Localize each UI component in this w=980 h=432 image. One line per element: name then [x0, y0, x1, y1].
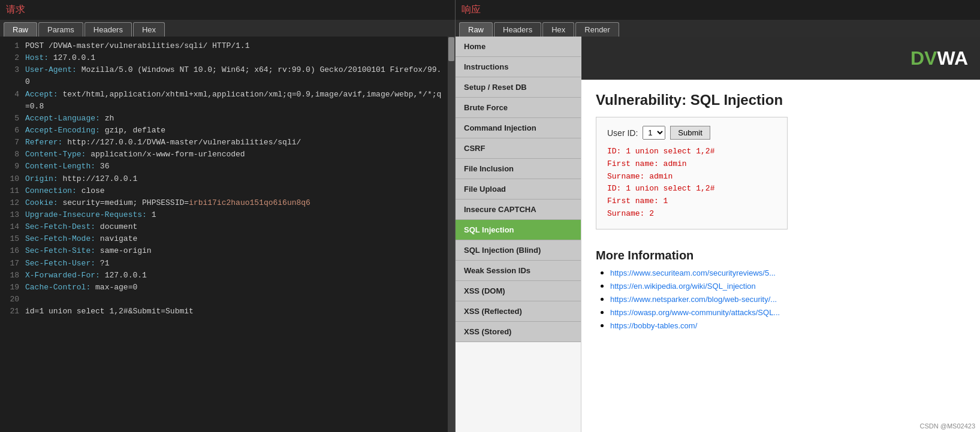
request-code-area[interactable]: 1POST /DVWA-master/vulnerabilities/sqli/… — [0, 37, 448, 432]
nav-item-file-inclusion[interactable]: File Inclusion — [456, 159, 581, 179]
line-part: navigate — [100, 234, 137, 243]
line-text: Sec-Fetch-Site: same-origin — [25, 245, 152, 257]
submit-button[interactable]: Submit — [670, 126, 710, 140]
left-tab-headers[interactable]: Headers — [85, 22, 132, 37]
nav-item-csrf[interactable]: CSRF — [456, 138, 581, 159]
more-info-link[interactable]: https://en.wikipedia.org/wiki/SQL_inject… — [610, 282, 756, 291]
more-info-link[interactable]: https://www.securiteam.com/securityrevie… — [610, 268, 776, 277]
more-info-link[interactable]: https://www.netsparker.com/blog/web-secu… — [610, 295, 777, 304]
line-number: 15 — [6, 233, 19, 245]
line-text: Sec-Fetch-Mode: navigate — [25, 233, 137, 245]
nav-item-home[interactable]: Home — [456, 37, 581, 57]
line-number: 1 — [6, 40, 19, 52]
nav-item-command-injection[interactable]: Command Injection — [456, 118, 581, 138]
result-line: ID: 1 union select 1,2# — [607, 183, 776, 195]
line-part: 127.0.0.1 — [105, 271, 147, 280]
sql-injection-form: User ID: 1 Submit ID: 1 union select 1,2… — [596, 117, 788, 229]
line-part: id=1 union select 1,2#&Submit=Submit — [25, 307, 194, 316]
code-line: 11Connection: close — [6, 185, 442, 197]
right-tab-raw[interactable]: Raw — [459, 22, 493, 37]
right-tab-headers[interactable]: Headers — [494, 22, 541, 37]
nav-item-sql-injection[interactable]: SQL Injection — [456, 220, 581, 240]
nav-item-insecure-captcha[interactable]: Insecure CAPTCHA — [456, 200, 581, 220]
line-part: application/x-www-form-urlencoded — [91, 150, 245, 159]
line-number: 9 — [6, 161, 19, 173]
scrollbar-thumb[interactable] — [448, 37, 454, 61]
left-tab-hex[interactable]: Hex — [133, 22, 165, 37]
right-tab-render[interactable]: Render — [575, 22, 619, 37]
line-part: Content-Type: — [25, 150, 91, 159]
more-info-link[interactable]: https://bobby-tables.com/ — [610, 321, 697, 330]
line-number: 14 — [6, 221, 19, 233]
line-part: Accept-Encoding: — [25, 126, 105, 135]
line-text: Referer: http://127.0.0.1/DVWA-master/vu… — [25, 137, 301, 149]
line-text: Accept-Language: zh — [25, 113, 114, 125]
more-info-link[interactable]: https://owasp.org/www-community/attacks/… — [610, 308, 780, 317]
left-panel: 请求 RawParamsHeadersHex 1POST /DVWA-maste… — [0, 0, 456, 432]
line-text: Cache-Control: max-age=0 — [25, 282, 137, 294]
code-line: 7Referer: http://127.0.0.1/DVWA-master/v… — [6, 137, 442, 149]
line-number: 18 — [6, 270, 19, 282]
userid-select[interactable]: 1 — [643, 126, 665, 140]
left-tab-params[interactable]: Params — [38, 22, 83, 37]
nav-item-file-upload[interactable]: File Upload — [456, 179, 581, 200]
code-line: 3User-Agent: Mozilla/5.0 (Windows NT 10.… — [6, 64, 442, 88]
userid-label: User ID: — [607, 128, 638, 138]
result-line: Surname: 2 — [607, 208, 776, 220]
nav-item-sql-injection-blind[interactable]: SQL Injection (Blind) — [456, 240, 581, 261]
line-part: ?1 — [100, 259, 110, 268]
left-tab-raw[interactable]: Raw — [4, 22, 37, 37]
line-number: 2 — [6, 52, 19, 64]
result-line: ID: 1 union select 1,2# — [607, 146, 776, 158]
scrollbar[interactable] — [448, 37, 455, 432]
nav-item-instructions[interactable]: Instructions — [456, 57, 581, 77]
line-part: X-Forwarded-For: — [25, 271, 105, 280]
line-part: Upgrade-Insecure-Requests: — [25, 210, 152, 219]
sql-result: ID: 1 union select 1,2#First name: admin… — [607, 146, 776, 220]
line-part: same-origin — [100, 246, 152, 255]
line-number: 19 — [6, 282, 19, 294]
line-text: Accept: text/html,application/xhtml+xml,… — [25, 89, 442, 113]
code-line: 14Sec-Fetch-Dest: document — [6, 221, 442, 233]
line-part: Content-Length: — [25, 162, 100, 171]
line-part: Sec-Fetch-Dest: — [25, 222, 100, 231]
code-line: 10Origin: http://127.0.0.1 — [6, 173, 442, 185]
nav-item-xss-reflected[interactable]: XSS (Reflected) — [456, 301, 581, 322]
line-part: Mozilla/5.0 (Windows NT 10.0; Win64; x64… — [25, 65, 441, 86]
line-part: security=medium; PHPSESSID= — [62, 198, 189, 207]
code-line: 8Content-Type: application/x-www-form-ur… — [6, 149, 442, 161]
dvwa-frame: HomeInstructionsSetup / Reset DBBrute Fo… — [456, 37, 980, 432]
dvwa-sidebar: HomeInstructionsSetup / Reset DBBrute Fo… — [456, 37, 581, 432]
line-text: Upgrade-Insecure-Requests: 1 — [25, 209, 156, 221]
line-number: 10 — [6, 173, 19, 185]
right-panel: 响应 RawHeadersHexRender HomeInstructionsS… — [456, 0, 980, 432]
code-line: 13Upgrade-Insecure-Requests: 1 — [6, 209, 442, 221]
nav-item-xss-stored[interactable]: XSS (Stored) — [456, 322, 581, 342]
line-text: Cookie: security=medium; PHPSESSID=irbi1… — [25, 197, 310, 209]
line-part: Accept-Language: — [25, 114, 105, 123]
line-part: http://127.0.0.1 — [62, 174, 137, 183]
line-text: User-Agent: Mozilla/5.0 (Windows NT 10.0… — [25, 64, 442, 88]
code-line: 6Accept-Encoding: gzip, deflate — [6, 125, 442, 137]
code-line: 2Host: 127.0.0.1 — [6, 52, 442, 64]
nav-item-weak-session-ids[interactable]: Weak Session IDs — [456, 261, 581, 281]
line-number: 5 — [6, 113, 19, 125]
line-part: max-age=0 — [95, 283, 137, 292]
line-part: gzip, deflate — [105, 126, 165, 135]
nav-item-setup-/-reset-db[interactable]: Setup / Reset DB — [456, 77, 581, 98]
list-item: https://bobby-tables.com/ — [610, 320, 966, 331]
nav-item-xss-dom[interactable]: XSS (DOM) — [456, 281, 581, 301]
code-line: 16Sec-Fetch-Site: same-origin — [6, 245, 442, 257]
code-line: 9Content-Length: 36 — [6, 161, 442, 173]
line-part: Sec-Fetch-Site: — [25, 246, 100, 255]
line-part: Cookie: — [25, 198, 62, 207]
right-tab-hex[interactable]: Hex — [542, 22, 574, 37]
line-text: POST /DVWA-master/vulnerabilities/sqli/ … — [25, 40, 249, 52]
line-text: Content-Type: application/x-www-form-url… — [25, 149, 245, 161]
line-part: Connection: — [25, 186, 82, 195]
line-number: 17 — [6, 258, 19, 270]
dvwa-content: Vulnerability: SQL Injection User ID: 1 … — [581, 80, 980, 432]
nav-item-brute-force[interactable]: Brute Force — [456, 98, 581, 118]
line-part: User-Agent: — [25, 65, 82, 74]
dvwa-logo: DVWA — [910, 47, 968, 70]
